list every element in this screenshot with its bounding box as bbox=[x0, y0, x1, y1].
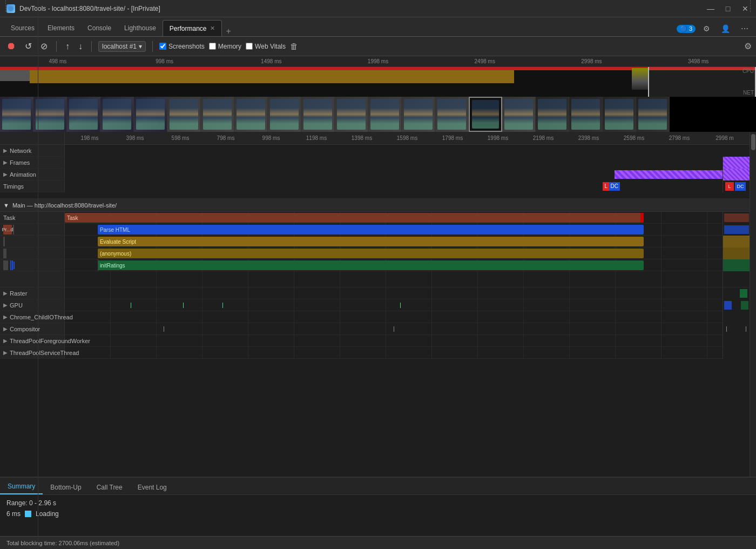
expand-frames-icon[interactable]: ▶ bbox=[3, 159, 8, 165]
screenshot-thumb-selected[interactable] bbox=[469, 97, 502, 132]
screenshot-thumb-12[interactable] bbox=[368, 97, 402, 132]
evaluate-track-content[interactable]: Evaluate Script bbox=[65, 236, 723, 247]
track-content-frames[interactable] bbox=[65, 157, 723, 169]
settings-icon-tab[interactable]: ⚙ bbox=[700, 23, 713, 34]
overview-screenshots[interactable] bbox=[0, 97, 756, 132]
tab-lighthouse[interactable]: Lighthouse bbox=[118, 20, 163, 36]
anonymous-bar[interactable]: (anonymous) bbox=[98, 249, 644, 258]
new-tab-button[interactable]: + bbox=[222, 26, 235, 36]
download-button[interactable]: ↓ bbox=[76, 41, 85, 52]
expand-chrome-child-icon[interactable]: ▶ bbox=[3, 314, 8, 320]
init-ratings-bar[interactable]: initRatings bbox=[98, 260, 644, 270]
clear-button[interactable]: ⊘ bbox=[38, 40, 50, 52]
screenshot-thumb-6[interactable] bbox=[167, 97, 201, 132]
parse-html-bar[interactable]: Parse HTML bbox=[98, 225, 644, 235]
screenshot-thumb-17[interactable] bbox=[536, 97, 569, 132]
status-bar-text: Total blocking time: 2700.06ms (estimate… bbox=[6, 540, 119, 546]
tab-summary[interactable]: Summary bbox=[0, 479, 43, 494]
evaluate-script-bar[interactable]: Evaluate Script bbox=[98, 237, 644, 246]
track-label-frames[interactable]: ▶ Frames bbox=[0, 157, 65, 168]
expand-gpu-icon[interactable]: ▶ bbox=[3, 302, 8, 308]
screenshot-thumb-1[interactable] bbox=[0, 97, 33, 132]
expand-threadpool-fg-icon[interactable]: ▶ bbox=[3, 338, 8, 344]
track-label-threadpool-fg[interactable]: ▶ ThreadPoolForegroundWorker bbox=[0, 335, 65, 346]
memory-checkbox[interactable] bbox=[209, 43, 216, 50]
screenshots-checkbox[interactable] bbox=[159, 43, 166, 50]
expand-network-icon[interactable]: ▶ bbox=[3, 148, 8, 153]
screenshot-thumb-13[interactable] bbox=[402, 97, 435, 132]
track-label-animation[interactable]: ▶ Animation bbox=[0, 169, 65, 180]
track-content-timings[interactable]: L DC bbox=[65, 180, 723, 192]
maximize-btn[interactable]: □ bbox=[724, 4, 732, 13]
screenshot-thumb-9[interactable] bbox=[268, 97, 301, 132]
screenshot-thumb-16[interactable] bbox=[502, 97, 536, 132]
overview-selection[interactable] bbox=[648, 67, 756, 97]
init-track-content[interactable]: initRatings bbox=[65, 259, 723, 271]
tab-console[interactable]: Console bbox=[81, 20, 118, 36]
tracks-container: 198 ms 398 ms 598 ms 798 ms 998 ms 1198 … bbox=[0, 132, 750, 477]
screenshot-thumb-20[interactable] bbox=[636, 97, 670, 132]
expand-animation-icon[interactable]: ▶ bbox=[3, 171, 8, 177]
screenshot-thumb-7[interactable] bbox=[201, 97, 234, 132]
expand-raster-icon[interactable]: ▶ bbox=[3, 290, 8, 296]
track-content-threadpool-fg[interactable] bbox=[65, 335, 723, 347]
upload-button[interactable]: ↑ bbox=[63, 41, 72, 52]
close-btn[interactable]: ✕ bbox=[741, 4, 750, 13]
track-content-raster[interactable] bbox=[65, 287, 723, 299]
main-thread-expand-icon[interactable]: ▼ bbox=[3, 202, 9, 209]
people-icon[interactable]: 👤 bbox=[718, 23, 733, 34]
track-content-gpu[interactable] bbox=[65, 299, 723, 311]
task-bar-main[interactable]: Task bbox=[65, 213, 644, 223]
track-label-chrome-child[interactable]: ▶ Chrome_ChildIOThread bbox=[0, 311, 65, 323]
clear-recording-button[interactable]: 🗑 bbox=[290, 42, 298, 51]
expand-threadpool-svc-icon[interactable]: ▶ bbox=[3, 350, 8, 356]
track-label-network[interactable]: ▶ Network bbox=[0, 145, 65, 156]
parse-track-content[interactable]: Parse HTML bbox=[65, 224, 723, 235]
screenshot-thumb-4[interactable] bbox=[100, 97, 134, 132]
screenshot-thumb-14[interactable] bbox=[435, 97, 469, 132]
track-content-threadpool-svc[interactable] bbox=[65, 347, 723, 359]
web-vitals-checkbox-group[interactable]: Web Vitals bbox=[246, 43, 286, 50]
tab-event-log[interactable]: Event Log bbox=[130, 480, 174, 494]
expand-compositor-icon[interactable]: ▶ bbox=[3, 326, 8, 332]
anonymous-track-content[interactable]: (anonymous) bbox=[65, 247, 723, 259]
tab-close-icon[interactable]: ✕ bbox=[210, 25, 215, 32]
animation-right-panel bbox=[723, 169, 750, 180]
task-track-content[interactable]: Task bbox=[65, 212, 723, 223]
screenshot-thumb-8[interactable] bbox=[234, 97, 268, 132]
memory-checkbox-group[interactable]: Memory bbox=[209, 43, 241, 50]
record-button[interactable]: ⏺ bbox=[4, 39, 18, 53]
scrollbar-thumb[interactable] bbox=[751, 134, 755, 150]
track-label-raster[interactable]: ▶ Raster bbox=[0, 287, 65, 299]
overview-cpu-net[interactable]: CPU NET bbox=[0, 67, 756, 97]
gpu-tick-1 bbox=[131, 303, 131, 308]
vertical-scrollbar[interactable] bbox=[750, 132, 756, 477]
track-content-chrome-child[interactable] bbox=[65, 311, 723, 323]
screenshot-thumb-11[interactable] bbox=[335, 97, 368, 132]
screenshot-thumb-2[interactable] bbox=[33, 97, 67, 132]
tab-sources[interactable]: Sources bbox=[4, 20, 41, 36]
minimize-btn[interactable]: — bbox=[706, 4, 715, 13]
web-vitals-checkbox[interactable] bbox=[246, 43, 253, 50]
track-content-compositor[interactable] bbox=[65, 323, 723, 335]
screenshot-thumb-18[interactable] bbox=[569, 97, 603, 132]
track-label-threadpool-svc[interactable]: ▶ ThreadPoolServiceThread bbox=[0, 347, 65, 358]
track-content-animation[interactable] bbox=[65, 169, 723, 180]
tab-call-tree[interactable]: Call Tree bbox=[89, 480, 130, 494]
tab-performance[interactable]: Performance ✕ bbox=[163, 20, 222, 36]
reload-record-button[interactable]: ↺ bbox=[23, 40, 34, 52]
tab-elements[interactable]: Elements bbox=[41, 20, 81, 36]
track-content-network[interactable] bbox=[65, 145, 750, 157]
capture-settings-button[interactable]: ⚙ bbox=[744, 41, 752, 51]
screenshot-thumb-10[interactable] bbox=[301, 97, 335, 132]
ruler-labels: 198 ms 398 ms 598 ms 798 ms 998 ms 1198 … bbox=[65, 135, 750, 141]
screenshot-thumb-3[interactable] bbox=[67, 97, 100, 132]
more-options-icon[interactable]: ⋯ bbox=[738, 23, 752, 34]
track-label-compositor[interactable]: ▶ Compositor bbox=[0, 323, 65, 334]
profile-select[interactable]: localhost #1 ▾ bbox=[98, 41, 146, 52]
screenshots-checkbox-group[interactable]: Screenshots bbox=[159, 43, 205, 50]
track-label-gpu[interactable]: ▶ GPU bbox=[0, 299, 65, 311]
screenshot-thumb-5[interactable] bbox=[134, 97, 167, 132]
tab-bottom-up[interactable]: Bottom-Up bbox=[43, 480, 89, 494]
screenshot-thumb-19[interactable] bbox=[603, 97, 636, 132]
